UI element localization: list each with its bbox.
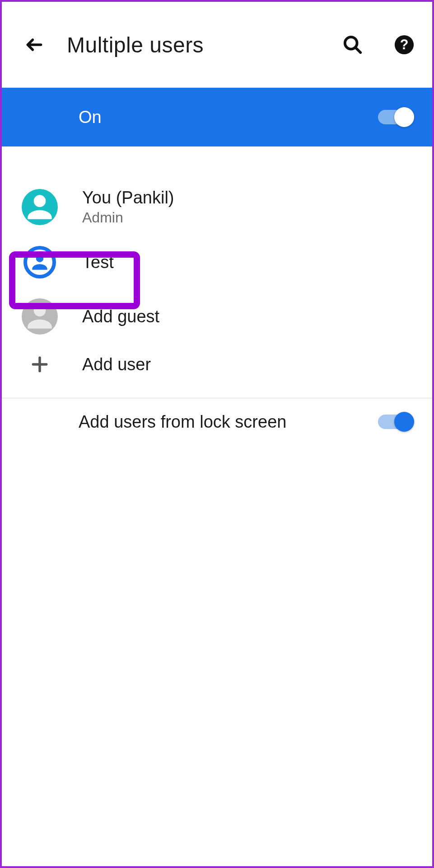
search-button[interactable] — [338, 30, 367, 59]
help-icon: ? — [394, 34, 415, 55]
add-from-lock-screen-label: Add users from lock screen — [79, 412, 286, 432]
user-list: You (Pankil) Admin Test Add guest Add us… — [2, 146, 432, 445]
avatar-test-icon — [23, 246, 56, 278]
user-you-name: You (Pankil) — [82, 188, 174, 208]
switch-thumb — [394, 107, 414, 127]
add-from-lock-screen-switch[interactable] — [378, 412, 414, 432]
avatar-guest-icon — [22, 298, 58, 335]
svg-text:?: ? — [400, 37, 409, 52]
master-toggle-label: On — [79, 108, 102, 127]
back-button[interactable] — [20, 30, 49, 59]
svg-line-1 — [355, 47, 361, 53]
multiple-users-master-toggle-row[interactable]: On — [2, 88, 432, 146]
master-toggle-switch[interactable] — [378, 107, 414, 127]
help-button[interactable]: ? — [390, 30, 419, 59]
avatar-you-icon — [22, 189, 58, 225]
user-test-name: Test — [82, 253, 114, 272]
add-from-lock-screen-row[interactable]: Add users from lock screen — [2, 398, 432, 445]
add-guest-label: Add guest — [82, 307, 159, 326]
add-guest-row[interactable]: Add guest — [2, 288, 432, 344]
arrow-left-icon — [24, 35, 44, 55]
switch-thumb — [394, 412, 414, 432]
user-you-role: Admin — [82, 209, 174, 226]
app-header: Multiple users ? — [2, 2, 432, 88]
add-user-label: Add user — [82, 355, 151, 374]
plus-icon — [30, 354, 50, 374]
add-user-row[interactable]: Add user — [2, 344, 432, 384]
user-row-you[interactable]: You (Pankil) Admin — [2, 178, 432, 236]
user-row-test[interactable]: Test — [2, 236, 432, 288]
search-icon — [342, 34, 363, 55]
page-title: Multiple users — [67, 33, 316, 57]
